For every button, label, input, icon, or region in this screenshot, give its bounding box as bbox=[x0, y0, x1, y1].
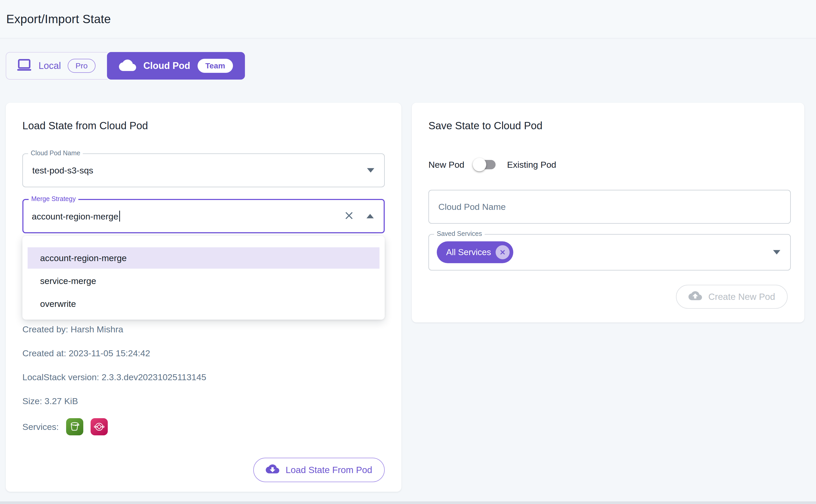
text-cursor bbox=[119, 211, 120, 222]
new-existing-pod-switch[interactable] bbox=[475, 158, 497, 171]
pod-mode-toggle-row: New Pod Existing Pod bbox=[428, 157, 556, 172]
mode-tab-group: Local Pro Cloud Pod Team bbox=[6, 52, 245, 80]
load-state-from-pod-button[interactable]: Load State From Pod bbox=[253, 458, 385, 482]
tab-local-label: Local bbox=[38, 60, 61, 71]
tab-local[interactable]: Local Pro bbox=[6, 52, 107, 80]
option-service-merge[interactable]: service-merge bbox=[28, 270, 380, 292]
cloud-download-icon bbox=[266, 464, 279, 476]
page-header: Export/Import State bbox=[0, 0, 816, 38]
all-services-chip-label: All Services bbox=[446, 247, 491, 257]
cloud-pod-name-label: Cloud Pod Name bbox=[28, 149, 83, 157]
load-state-card: Load State from Cloud Pod Cloud Pod Name… bbox=[6, 103, 401, 492]
cloud-upload-icon bbox=[689, 290, 702, 303]
services-row: Services: bbox=[22, 418, 108, 436]
all-services-chip[interactable]: All Services bbox=[437, 241, 513, 263]
option-account-region-merge[interactable]: account-region-merge bbox=[28, 247, 380, 269]
switch-thumb[interactable] bbox=[473, 158, 486, 171]
sqs-icon bbox=[91, 418, 108, 435]
cloud-pod-name-select[interactable]: Cloud Pod Name test-pod-s3-sqs bbox=[22, 153, 385, 187]
load-button-label: Load State From Pod bbox=[286, 465, 372, 475]
merge-strategy-listbox: account-region-merge service-merge overw… bbox=[22, 236, 385, 320]
chevron-up-icon[interactable] bbox=[367, 214, 374, 218]
cloud-icon bbox=[119, 59, 136, 72]
horizontal-scrollbar[interactable] bbox=[0, 501, 816, 504]
s3-icon bbox=[66, 418, 83, 435]
new-pod-label: New Pod bbox=[428, 160, 464, 170]
chevron-down-icon[interactable] bbox=[773, 250, 780, 255]
meta-created-by: Created by: Harsh Mishra bbox=[22, 324, 123, 334]
tab-cloud-pod-label: Cloud Pod bbox=[143, 60, 190, 71]
pro-badge: Pro bbox=[68, 59, 95, 73]
save-state-card: Save State to Cloud Pod New Pod Existing… bbox=[412, 103, 804, 322]
clear-icon[interactable] bbox=[344, 211, 354, 222]
existing-pod-label: Existing Pod bbox=[507, 160, 556, 170]
create-button-label: Create New Pod bbox=[708, 292, 775, 302]
meta-size: Size: 3.27 KiB bbox=[22, 396, 78, 406]
merge-strategy-value: account-region-merge bbox=[32, 211, 120, 222]
page-title: Export/Import State bbox=[6, 12, 111, 26]
chip-delete-icon[interactable] bbox=[496, 245, 510, 259]
save-card-title: Save State to Cloud Pod bbox=[428, 120, 542, 132]
services-label: Services: bbox=[22, 422, 59, 432]
meta-created-at: Created at: 2023-11-05 15:24:42 bbox=[22, 348, 150, 358]
option-overwrite[interactable]: overwrite bbox=[28, 293, 380, 314]
meta-localstack-version: LocalStack version: 2.3.3.dev20231025113… bbox=[22, 372, 206, 382]
load-card-title: Load State from Cloud Pod bbox=[22, 120, 148, 132]
save-cloud-pod-name-input[interactable] bbox=[428, 190, 791, 224]
create-new-pod-button[interactable]: Create New Pod bbox=[676, 285, 788, 309]
saved-services-select[interactable]: Saved Services All Services bbox=[428, 234, 791, 270]
chevron-down-icon[interactable] bbox=[367, 168, 374, 173]
merge-strategy-combobox[interactable]: Merge Strategy account-region-merge bbox=[22, 199, 385, 233]
cloud-pod-name-value: test-pod-s3-sqs bbox=[32, 165, 93, 176]
laptop-icon bbox=[17, 59, 32, 73]
tab-cloud-pod[interactable]: Cloud Pod Team bbox=[107, 52, 245, 80]
team-badge: Team bbox=[197, 59, 233, 73]
saved-services-label: Saved Services bbox=[434, 230, 485, 237]
merge-strategy-label: Merge Strategy bbox=[29, 195, 78, 203]
